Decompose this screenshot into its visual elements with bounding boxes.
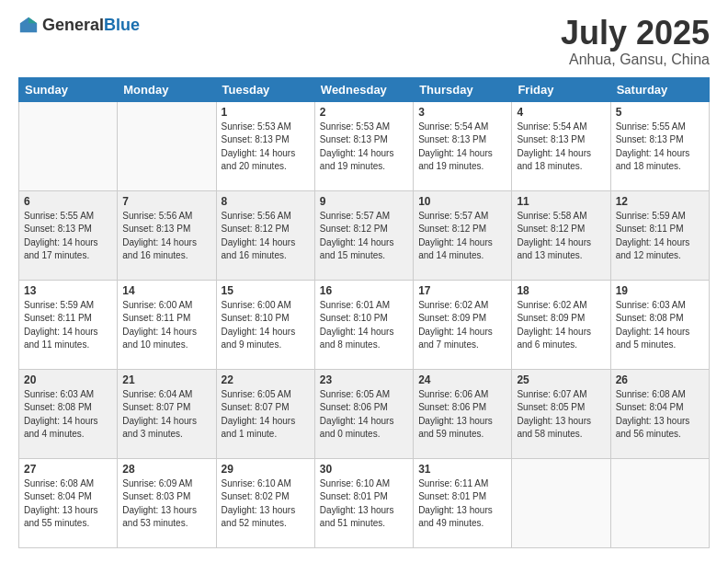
calendar-cell: 19Sunrise: 6:03 AMSunset: 8:08 PMDayligh… [610,280,709,369]
calendar-week-row: 1Sunrise: 5:53 AMSunset: 8:13 PMDaylight… [19,101,710,190]
day-info: Sunrise: 5:59 AMSunset: 8:11 PMDaylight:… [24,299,112,352]
calendar-cell: 4Sunrise: 5:54 AMSunset: 8:13 PMDaylight… [512,101,610,190]
calendar-cell: 26Sunrise: 6:08 AMSunset: 8:04 PMDayligh… [610,369,709,458]
day-number: 2 [320,106,408,119]
day-info: Sunrise: 6:08 AMSunset: 8:04 PMDaylight:… [24,477,112,531]
day-info: Sunrise: 5:57 AMSunset: 8:12 PMDaylight:… [418,210,506,263]
svg-marker-1 [28,17,37,23]
day-number: 5 [616,106,704,119]
weekday-header-thursday: Thursday [414,77,512,101]
day-number: 8 [222,195,310,208]
calendar-cell: 12Sunrise: 5:59 AMSunset: 8:11 PMDayligh… [610,190,709,280]
weekday-header-row: SundayMondayTuesdayWednesdayThursdayFrid… [19,77,710,101]
calendar-cell: 7Sunrise: 5:56 AMSunset: 8:13 PMDaylight… [118,190,216,280]
weekday-header-saturday: Saturday [610,77,709,101]
day-number: 13 [24,284,112,297]
calendar-cell: 16Sunrise: 6:01 AMSunset: 8:10 PMDayligh… [314,280,413,369]
calendar-cell [610,458,709,547]
day-number: 23 [320,373,408,386]
day-number: 30 [320,463,408,476]
calendar-cell: 25Sunrise: 6:07 AMSunset: 8:05 PMDayligh… [512,369,610,458]
logo-blue: Blue [104,16,140,34]
day-number: 28 [122,463,210,476]
day-info: Sunrise: 6:10 AMSunset: 8:01 PMDaylight:… [320,477,408,531]
day-info: Sunrise: 6:05 AMSunset: 8:07 PMDaylight:… [222,388,310,442]
day-number: 18 [517,284,605,297]
weekday-header-tuesday: Tuesday [216,77,314,101]
day-info: Sunrise: 6:06 AMSunset: 8:06 PMDaylight:… [418,388,506,442]
calendar-cell: 14Sunrise: 6:00 AMSunset: 8:11 PMDayligh… [118,280,216,369]
header: GeneralBlue July 2025 Anhua, Gansu, Chin… [18,15,710,68]
day-info: Sunrise: 6:00 AMSunset: 8:10 PMDaylight:… [222,299,310,352]
calendar-location: Anhua, Gansu, China [561,52,710,68]
calendar-cell: 9Sunrise: 5:57 AMSunset: 8:12 PMDaylight… [314,190,413,280]
calendar-cell: 3Sunrise: 5:54 AMSunset: 8:13 PMDaylight… [414,101,512,190]
calendar-cell [512,458,610,547]
calendar-cell: 31Sunrise: 6:11 AMSunset: 8:01 PMDayligh… [414,458,512,547]
day-info: Sunrise: 6:03 AMSunset: 8:08 PMDaylight:… [24,388,112,442]
day-info: Sunrise: 6:01 AMSunset: 8:10 PMDaylight:… [320,299,408,352]
day-number: 31 [418,463,506,476]
calendar-title: July 2025 [561,15,710,52]
day-number: 25 [517,373,605,386]
day-number: 24 [418,373,506,386]
calendar-week-row: 20Sunrise: 6:03 AMSunset: 8:08 PMDayligh… [19,369,710,458]
day-info: Sunrise: 6:09 AMSunset: 8:03 PMDaylight:… [122,477,210,531]
day-number: 10 [418,195,506,208]
day-info: Sunrise: 5:56 AMSunset: 8:12 PMDaylight:… [222,210,310,263]
day-number: 1 [222,106,310,119]
calendar-cell [19,101,118,190]
calendar-cell: 23Sunrise: 6:05 AMSunset: 8:06 PMDayligh… [314,369,413,458]
calendar-cell: 20Sunrise: 6:03 AMSunset: 8:08 PMDayligh… [19,369,118,458]
calendar-cell: 11Sunrise: 5:58 AMSunset: 8:12 PMDayligh… [512,190,610,280]
calendar-cell [118,101,216,190]
calendar-cell: 22Sunrise: 6:05 AMSunset: 8:07 PMDayligh… [216,369,314,458]
weekday-header-monday: Monday [118,77,216,101]
logo-icon [18,15,39,35]
day-info: Sunrise: 5:54 AMSunset: 8:13 PMDaylight:… [418,121,506,174]
calendar-table: SundayMondayTuesdayWednesdayThursdayFrid… [18,77,710,548]
day-number: 22 [222,373,310,386]
day-number: 27 [24,463,112,476]
day-info: Sunrise: 6:03 AMSunset: 8:08 PMDaylight:… [616,299,704,352]
day-number: 11 [517,195,605,208]
day-info: Sunrise: 6:02 AMSunset: 8:09 PMDaylight:… [418,299,506,352]
logo-text: GeneralBlue [42,16,140,35]
calendar-cell: 18Sunrise: 6:02 AMSunset: 8:09 PMDayligh… [512,280,610,369]
day-info: Sunrise: 5:55 AMSunset: 8:13 PMDaylight:… [616,121,704,174]
day-number: 6 [24,195,112,208]
day-number: 20 [24,373,112,386]
calendar-cell: 10Sunrise: 5:57 AMSunset: 8:12 PMDayligh… [414,190,512,280]
day-info: Sunrise: 6:02 AMSunset: 8:09 PMDaylight:… [517,299,605,352]
day-number: 17 [418,284,506,297]
day-number: 7 [122,195,210,208]
calendar-cell: 29Sunrise: 6:10 AMSunset: 8:02 PMDayligh… [216,458,314,547]
calendar-week-row: 27Sunrise: 6:08 AMSunset: 8:04 PMDayligh… [19,458,710,547]
day-info: Sunrise: 5:55 AMSunset: 8:13 PMDaylight:… [24,210,112,263]
day-number: 16 [320,284,408,297]
day-number: 29 [222,463,310,476]
day-number: 26 [616,373,704,386]
logo: GeneralBlue [18,15,140,35]
day-info: Sunrise: 6:00 AMSunset: 8:11 PMDaylight:… [122,299,210,352]
weekday-header-friday: Friday [512,77,610,101]
day-number: 19 [616,284,704,297]
weekday-header-wednesday: Wednesday [314,77,413,101]
day-number: 4 [517,106,605,119]
day-number: 14 [122,284,210,297]
calendar-cell: 21Sunrise: 6:04 AMSunset: 8:07 PMDayligh… [118,369,216,458]
day-info: Sunrise: 5:59 AMSunset: 8:11 PMDaylight:… [616,210,704,263]
day-info: Sunrise: 6:08 AMSunset: 8:04 PMDaylight:… [616,388,704,442]
calendar-cell: 8Sunrise: 5:56 AMSunset: 8:12 PMDaylight… [216,190,314,280]
calendar-cell: 24Sunrise: 6:06 AMSunset: 8:06 PMDayligh… [414,369,512,458]
calendar-cell: 28Sunrise: 6:09 AMSunset: 8:03 PMDayligh… [118,458,216,547]
calendar-cell: 30Sunrise: 6:10 AMSunset: 8:01 PMDayligh… [314,458,413,547]
day-number: 21 [122,373,210,386]
day-info: Sunrise: 6:10 AMSunset: 8:02 PMDaylight:… [222,477,310,531]
calendar-cell: 2Sunrise: 5:53 AMSunset: 8:13 PMDaylight… [314,101,413,190]
day-info: Sunrise: 5:53 AMSunset: 8:13 PMDaylight:… [222,121,310,174]
weekday-header-sunday: Sunday [19,77,118,101]
day-number: 3 [418,106,506,119]
calendar-cell: 1Sunrise: 5:53 AMSunset: 8:13 PMDaylight… [216,101,314,190]
day-info: Sunrise: 5:54 AMSunset: 8:13 PMDaylight:… [517,121,605,174]
